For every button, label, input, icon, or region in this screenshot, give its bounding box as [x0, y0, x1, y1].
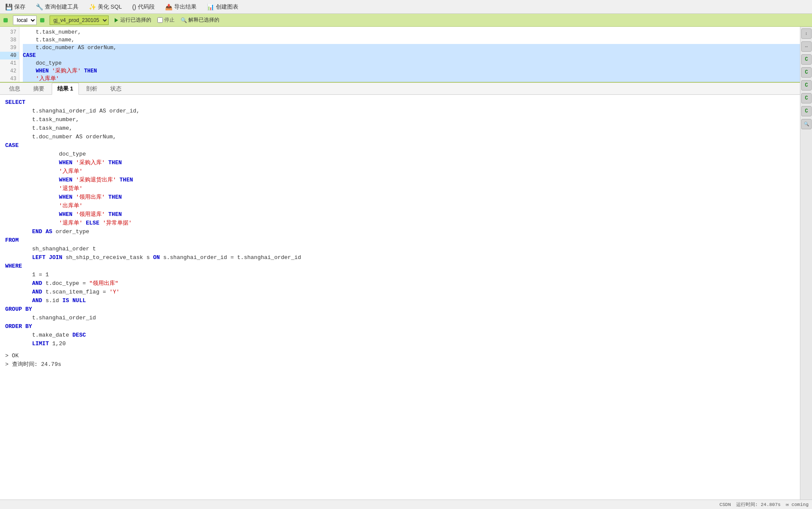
sql-where2: AND t.doc_type = "领用出库" — [5, 279, 807, 288]
right-icon-5-symbol: C — [805, 82, 808, 88]
create-chart-button[interactable]: 📊 创建图表 — [205, 2, 240, 12]
status-bar: CSDN 运行时间: 24.807s ✉ coming — [0, 500, 812, 509]
right-icon-2[interactable]: ↔ — [801, 41, 812, 52]
export-result-button[interactable]: 📤 导出结果 — [163, 2, 198, 12]
connection-bar: local gj_v4_prod_230105 运行已选择的 停止 🔍 解释已选… — [0, 14, 812, 27]
sql-when1: WHEN '采购入库' THEN — [5, 159, 807, 167]
query-builder-label: 查询创建工具 — [45, 3, 78, 11]
sql-then4: '退库单' ELSE '异常单据' — [5, 219, 807, 228]
sql-order-by-col: t.make_date DESC — [5, 331, 807, 340]
connection-select[interactable]: local — [13, 16, 37, 25]
tab-status-label: 状态 — [110, 85, 122, 92]
results-area[interactable]: SELECT t.shanghai_order_id AS order_id, … — [0, 95, 812, 509]
csdn-label: CSDN — [719, 502, 731, 507]
save-label: 保存 — [14, 3, 25, 11]
sql-order-by: ORDER BY — [5, 322, 807, 331]
right-icon-4[interactable]: C — [801, 67, 812, 78]
sql-case: CASE — [5, 141, 807, 150]
create-chart-label: 创建图表 — [216, 3, 238, 11]
export-result-icon: 📤 — [165, 3, 172, 10]
query-time-text: > 查询时间: 24.79s — [5, 361, 61, 368]
right-icon-5[interactable]: C — [801, 80, 812, 91]
code-editor: 37 38 39 40 41 42 43 t.task_number, t.ta… — [0, 27, 812, 83]
sql-task-number: t.task_number, — [5, 116, 807, 124]
sql-when4: WHEN '领用退库' THEN — [5, 210, 807, 219]
stop-checkbox-area: 停止 — [157, 16, 175, 24]
tab-summary-label: 摘要 — [33, 85, 44, 92]
right-icon-8[interactable]: 🔍 — [801, 119, 812, 129]
line-43: 43 — [0, 75, 19, 83]
code-snippet-button[interactable]: () 代码段 — [131, 2, 156, 12]
main-area: 37 38 39 40 41 42 43 t.task_number, t.ta… — [0, 27, 812, 509]
run-selected-button[interactable]: 运行已选择的 — [112, 16, 154, 25]
right-icon-3[interactable]: C — [801, 54, 812, 65]
sql-doc-number: t.doc_number AS orderNum, — [5, 133, 807, 141]
right-icon-6[interactable]: C — [801, 93, 812, 103]
right-icon-7[interactable]: C — [801, 106, 812, 116]
sql-then3: '出库单' — [5, 202, 807, 210]
right-icon-1-symbol: ↕ — [805, 31, 808, 36]
tab-status[interactable]: 状态 — [105, 83, 127, 95]
save-icon: 💾 — [5, 3, 12, 10]
explain-selected-label: 解释已选择的 — [188, 16, 219, 24]
sql-end: END AS order_type — [5, 228, 807, 236]
query-time-line: > 查询时间: 24.79s — [5, 360, 807, 369]
code-line-42: WHEN '采购入库' THEN — [23, 67, 803, 75]
sql-display: SELECT t.shanghai_order_id AS order_id, … — [5, 98, 807, 348]
sql-where: WHERE — [5, 262, 807, 271]
code-line-41: doc_type — [23, 59, 803, 67]
code-snippet-icon: () — [132, 3, 136, 10]
save-button[interactable]: 💾 保存 — [3, 2, 27, 12]
ok-text: > OK — [5, 353, 19, 359]
stop-checkbox[interactable] — [157, 17, 163, 23]
tabs-bar: 信息 摘要 结果 1 剖析 状态 — [0, 83, 812, 95]
tab-result1-label: 结果 1 — [57, 85, 73, 92]
line-40: 40 — [0, 52, 19, 59]
database-select[interactable]: gj_v4_prod_230105 — [50, 16, 109, 25]
tab-analyze[interactable]: 剖析 — [81, 83, 103, 95]
sql-where4: AND s.id IS NULL — [5, 297, 807, 305]
right-icon-7-symbol: C — [805, 108, 808, 114]
sql-when2: WHEN '采购退货出库' THEN — [5, 176, 807, 184]
stop-label: 停止 — [164, 16, 175, 24]
tab-summary[interactable]: 摘要 — [28, 83, 50, 95]
sql-group-by: GROUP BY — [5, 305, 807, 314]
right-icon-1[interactable]: ↕ — [801, 28, 812, 39]
sql-join: LEFT JOIN sh_ship_to_receive_task s ON s… — [5, 253, 807, 262]
code-line-43: '入库单' — [23, 75, 803, 82]
right-sidebar: ↕ ↔ C C C C C 🔍 — [800, 27, 812, 509]
run-selected-label: 运行已选择的 — [120, 16, 151, 24]
tab-info[interactable]: 信息 — [3, 83, 26, 95]
tab-info-label: 信息 — [9, 85, 20, 92]
line-42: 42 — [0, 67, 19, 75]
line-38: 38 — [0, 36, 19, 44]
query-builder-button[interactable]: 🔧 查询创建工具 — [34, 2, 80, 12]
code-line-38: t.task_name, — [23, 36, 803, 44]
notification-label: ✉ coming — [786, 502, 809, 507]
explain-selected-button[interactable]: 🔍 解释已选择的 — [178, 16, 222, 25]
code-line-39: t.doc_number AS orderNum, — [23, 44, 803, 52]
right-icon-2-symbol: ↔ — [805, 44, 808, 49]
ok-line: > OK — [5, 352, 807, 360]
sql-when3: WHEN '领用出库' THEN — [5, 193, 807, 202]
sql-from: FROM — [5, 236, 807, 245]
sql-from-table: sh_shanghai_order t — [5, 245, 807, 253]
sql-group-by-col: t.shanghai_order_id — [5, 314, 807, 322]
sql-doc-type: doc_type — [5, 150, 807, 159]
create-chart-icon: 📊 — [207, 3, 214, 10]
play-icon — [115, 18, 118, 22]
explain-icon: 🔍 — [181, 17, 187, 23]
runtime-label: 运行时间: 24.807s — [736, 501, 781, 508]
db-status-dot — [40, 18, 44, 22]
code-line-40: CASE — [23, 52, 803, 59]
sql-then2: '退货单' — [5, 184, 807, 193]
line-41: 41 — [0, 59, 19, 67]
beautify-sql-button[interactable]: ✨ 美化 SQL — [87, 2, 124, 12]
sql-limit: LIMIT 1,20 — [5, 340, 807, 348]
tab-result1[interactable]: 结果 1 — [52, 83, 79, 95]
code-content[interactable]: t.task_number, t.task_name, t.doc_number… — [19, 27, 807, 82]
right-icon-3-symbol: C — [805, 56, 808, 62]
sql-where1: 1 = 1 — [5, 271, 807, 279]
sql-select: SELECT — [5, 98, 807, 107]
main-toolbar: 💾 保存 🔧 查询创建工具 ✨ 美化 SQL () 代码段 📤 导出结果 📊 创… — [0, 0, 812, 14]
